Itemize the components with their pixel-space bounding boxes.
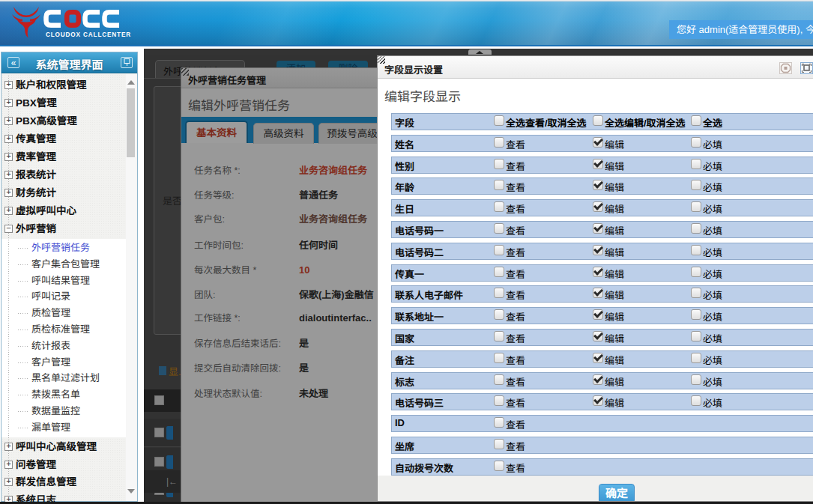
svg-text:CLOUDOX CALLCENTER: CLOUDOX CALLCENTER: [46, 31, 131, 38]
